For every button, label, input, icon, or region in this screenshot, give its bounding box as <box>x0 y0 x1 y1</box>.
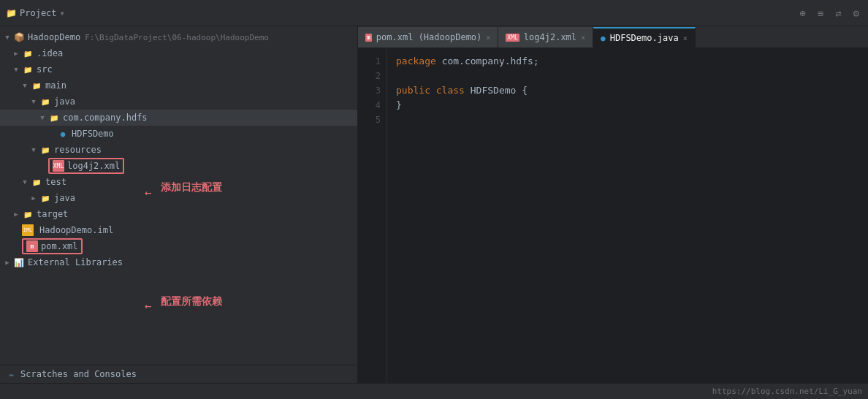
arrow-java <box>29 97 38 106</box>
globe-icon[interactable]: ⊕ <box>796 6 808 20</box>
arrow-ext-libs <box>3 258 12 267</box>
scratches-icon: ✏️ <box>6 368 18 380</box>
label-src: src <box>37 64 53 75</box>
class-icon: ● <box>57 128 69 140</box>
tree-item-hadoopdemo[interactable]: 📦 HadoopDemo F:\BigDataProject\06-hadoop… <box>0 29 357 45</box>
path-hadoopdemo: F:\BigDataProject\06-hadoop\HadoopDemo <box>85 33 269 42</box>
ext-libs-icon: 📊 <box>13 256 25 268</box>
label-main: main <box>45 80 66 91</box>
code-content[interactable]: package com.company.hdfs; public class H… <box>387 48 868 383</box>
module-icon: 📦 <box>13 31 25 43</box>
url-text: https://blog.csdn.net/Li_G_yuan <box>712 387 862 396</box>
folder-idea-icon: 📁 <box>22 48 34 59</box>
arrow-resources <box>29 145 38 154</box>
line-num-4: 4 <box>358 98 381 113</box>
tab-pom-icon: m <box>365 34 372 42</box>
tree-item-iml[interactable]: IML HadoopDemo.iml <box>0 222 357 238</box>
label-test: test <box>45 177 66 187</box>
arrow-main <box>20 81 29 90</box>
pom-icon: m <box>26 240 38 252</box>
project-icon: 📁 <box>6 8 17 18</box>
main-layout: 📦 HadoopDemo F:\BigDataProject\06-hadoop… <box>0 26 868 383</box>
tree-item-resources[interactable]: 📁 resources <box>0 142 357 158</box>
tree-item-src[interactable]: 📁 src <box>0 61 357 77</box>
tab-hdfsdemo-close[interactable]: × <box>683 34 688 42</box>
tab-log4j2-icon: XML <box>506 34 519 42</box>
tree-item-java[interactable]: 📁 java <box>0 94 357 110</box>
tab-bar: m pom.xml (HadoopDemo) × XML log4j2.xml … <box>358 26 868 48</box>
tab-hdfsdemo-label: HDFSDemo.java <box>610 33 679 43</box>
tab-log4j2-close[interactable]: × <box>581 34 585 42</box>
tree-item-idea[interactable]: 📁 .idea <box>0 45 357 61</box>
label-resources: resources <box>54 145 102 155</box>
line-num-2: 2 <box>358 69 381 83</box>
folder-package-icon: 📁 <box>48 112 60 123</box>
folder-java-icon: 📁 <box>39 96 51 107</box>
line-num-3: 3 <box>358 83 381 98</box>
tab-log4j2[interactable]: XML log4j2.xml × <box>498 27 593 48</box>
label-test-java: java <box>54 193 75 203</box>
label-java: java <box>54 96 75 107</box>
settings-icon[interactable]: ⚙ <box>850 6 862 20</box>
tree-item-test[interactable]: 📁 test <box>0 174 357 190</box>
list-icon[interactable]: ≡ <box>815 6 826 20</box>
label-pom: pom.xml <box>41 241 78 251</box>
arrow-hadoopdemo <box>3 33 12 42</box>
tree-item-package[interactable]: 📁 com.company.hdfs <box>0 110 357 126</box>
label-target: target <box>37 209 68 219</box>
label-scratches: Scratches and Consoles <box>20 369 137 379</box>
tree-item-test-java[interactable]: 📁 java <box>0 190 357 206</box>
label-ext-libs: External Libraries <box>28 257 123 267</box>
xml-icon-log4j2: XML <box>53 160 64 172</box>
tab-pom-close[interactable]: × <box>486 34 490 42</box>
tree-item-main[interactable]: 📁 main <box>0 77 357 94</box>
tab-pom-label: pom.xml (HadoopDemo) <box>376 32 482 42</box>
folder-src-icon: 📁 <box>22 64 34 75</box>
toolbar-icons: ⊕ ≡ ⇄ ⚙ <box>796 6 862 20</box>
tab-hdfsdemo-icon: ● <box>601 34 606 43</box>
label-idea: .idea <box>37 48 63 58</box>
tree-item-target[interactable]: 📁 target <box>0 206 357 222</box>
bottom-bar: https://blog.csdn.net/Li_G_yuan <box>0 383 868 399</box>
folder-main-icon: 📁 <box>31 80 42 91</box>
sidebar: 📦 HadoopDemo F:\BigDataProject\06-hadoop… <box>0 26 358 383</box>
top-bar: 📁 Project ▾ ⊕ ≡ ⇄ ⚙ <box>0 0 868 26</box>
label-hdfsdemo: HDFSDemo <box>72 129 114 139</box>
arrow-src <box>12 65 20 74</box>
project-tree: 📦 HadoopDemo F:\BigDataProject\06-hadoop… <box>0 26 357 365</box>
arrow-test-java <box>29 194 38 202</box>
tree-item-log4j2[interactable]: XML log4j2.xml <box>0 158 357 174</box>
tab-pom[interactable]: m pom.xml (HadoopDemo) × <box>358 27 498 48</box>
sidebar-item-scratches[interactable]: ✏️ Scratches and Consoles <box>0 365 357 383</box>
code-editor: 1 2 3 4 5 package com.company.hdfs; publ… <box>358 48 868 383</box>
line-num-5: 5 <box>358 113 381 127</box>
folder-resources-icon: 📁 <box>39 144 51 156</box>
arrow-package <box>38 113 47 122</box>
label-log4j2: log4j2.xml <box>67 161 120 171</box>
line-numbers: 1 2 3 4 5 <box>358 48 387 383</box>
sidebar-tree-container: 📦 HadoopDemo F:\BigDataProject\06-hadoop… <box>0 26 357 383</box>
arrow-target <box>12 210 20 218</box>
label-iml: HadoopDemo.iml <box>39 225 113 235</box>
folder-target-icon: 📁 <box>22 208 34 220</box>
tree-item-external-libs[interactable]: 📊 External Libraries <box>0 254 357 270</box>
sort-icon[interactable]: ⇄ <box>832 6 844 20</box>
arrow-idea <box>12 49 20 58</box>
folder-test-java-icon: 📁 <box>39 192 51 204</box>
iml-icon: IML <box>22 224 34 236</box>
dropdown-icon[interactable]: ▾ <box>60 8 65 18</box>
label-package: com.company.hdfs <box>63 113 148 123</box>
project-title: Project <box>20 8 57 18</box>
editor-area: m pom.xml (HadoopDemo) × XML log4j2.xml … <box>358 26 868 383</box>
tree-item-hdfsdemo[interactable]: ● HDFSDemo <box>0 126 357 142</box>
sidebar-bottom: ✏️ Scratches and Consoles <box>0 365 357 383</box>
line-num-1: 1 <box>358 54 381 69</box>
tab-hdfsdemo[interactable]: ● HDFSDemo.java × <box>593 27 696 48</box>
arrow-test <box>20 178 29 186</box>
folder-test-icon: 📁 <box>31 176 42 188</box>
tree-item-pom[interactable]: m pom.xml <box>0 238 357 254</box>
label-hadoopdemo: HadoopDemo <box>28 32 80 42</box>
tab-log4j2-label: log4j2.xml <box>524 32 576 42</box>
